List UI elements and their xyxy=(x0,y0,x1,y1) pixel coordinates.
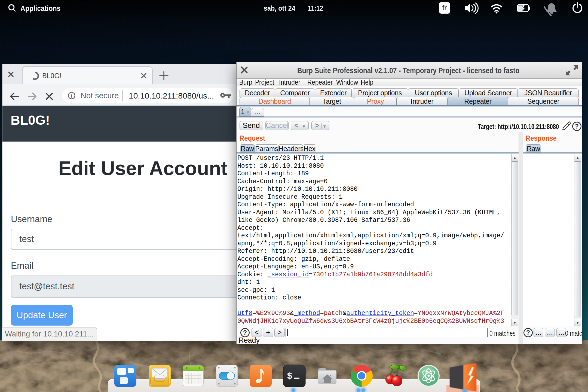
svg-text:BL0G!: BL0G! xyxy=(42,72,62,79)
svg-text:$: $ xyxy=(287,371,292,381)
svg-text:Not secure: Not secure xyxy=(81,91,119,100)
svg-text:10.10.10.211:8080/us...: 10.10.10.211:8080/us... xyxy=(129,91,214,100)
